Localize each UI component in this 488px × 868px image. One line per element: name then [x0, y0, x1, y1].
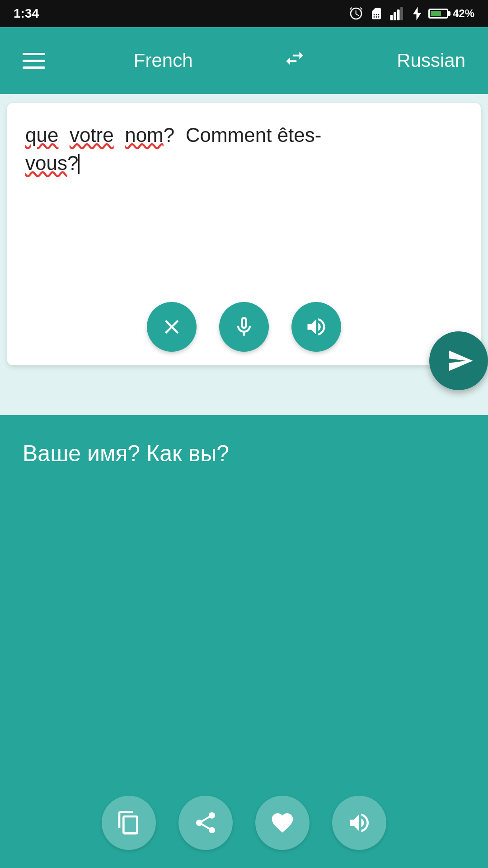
battery-pct: 42% [453, 7, 474, 20]
clear-icon [160, 315, 183, 339]
input-section: que votre nom? Comment êtes- vous? [7, 103, 481, 365]
speaker-input-button[interactable] [291, 302, 341, 352]
header: French Russian [0, 27, 488, 94]
clear-button[interactable] [147, 302, 197, 352]
app-container: 1:34 42% [0, 0, 488, 868]
status-time: 1:34 [14, 6, 39, 21]
menu-line-3 [23, 66, 45, 69]
output-actions [23, 796, 465, 850]
output-wrapper: Ваше имя? Как вы? [0, 415, 488, 868]
copy-button[interactable] [102, 796, 156, 850]
mic-icon [232, 315, 256, 339]
input-text[interactable]: que votre nom? Comment êtes- vous? [25, 121, 463, 288]
word-nom: nom [125, 124, 164, 146]
text-cursor [78, 154, 80, 174]
word-votre: votre [70, 124, 114, 146]
send-icon [447, 347, 474, 374]
share-icon [193, 810, 218, 835]
speaker-output-icon [347, 810, 372, 835]
charging-icon [412, 7, 422, 20]
menu-button[interactable] [23, 53, 45, 69]
svg-rect-0 [390, 15, 393, 20]
menu-line-1 [23, 53, 45, 55]
signal-icon [389, 7, 406, 20]
source-language[interactable]: French [134, 50, 193, 71]
alarm-icon [349, 6, 363, 21]
speaker-input-icon [305, 315, 328, 339]
status-bar: 1:34 42% [0, 0, 488, 27]
target-language[interactable]: Russian [397, 50, 465, 71]
battery-indicator: 42% [428, 7, 474, 20]
sim-icon [370, 7, 383, 20]
output-text: Ваше имя? Как вы? [23, 438, 465, 469]
copy-icon [116, 810, 141, 835]
svg-rect-2 [397, 9, 399, 20]
content-area: que votre nom? Comment êtes- vous? [0, 94, 488, 868]
translate-button[interactable] [429, 331, 488, 390]
output-section: Ваше имя? Как вы? [0, 415, 488, 868]
input-actions [25, 302, 463, 352]
swap-languages-button[interactable] [281, 47, 308, 75]
word-que: que [25, 124, 58, 146]
share-button[interactable] [178, 796, 233, 850]
mic-button[interactable] [219, 302, 269, 352]
menu-line-2 [23, 60, 45, 62]
word-etes: êtes- [277, 124, 322, 146]
favorite-button[interactable] [255, 796, 310, 850]
speaker-output-button[interactable] [332, 796, 386, 850]
svg-rect-3 [400, 7, 403, 20]
favorite-icon [270, 810, 295, 835]
svg-rect-1 [394, 12, 396, 20]
status-icons: 42% [349, 6, 474, 21]
word-vous: vous [25, 152, 67, 174]
